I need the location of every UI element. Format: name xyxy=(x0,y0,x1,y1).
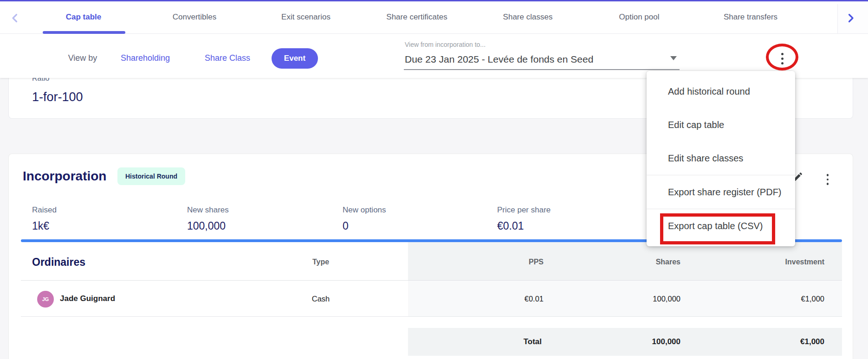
shareholder-name[interactable]: Jade Guignard xyxy=(60,294,115,303)
stat-value-new-shares: 100,000 xyxy=(187,220,226,232)
round-title: Incorporation xyxy=(23,169,106,184)
stat-value-new-options: 0 xyxy=(343,220,349,232)
period-select-underline xyxy=(404,69,680,70)
menu-item-edit-share-classes[interactable]: Edit share classes xyxy=(647,141,795,175)
cap-table-kebab-icon[interactable] xyxy=(777,50,788,67)
view-option-shareholding[interactable]: Shareholding xyxy=(121,53,170,63)
cell-pps: €0.01 xyxy=(525,295,544,303)
top-accent-line xyxy=(0,0,868,1)
table-divider xyxy=(21,316,842,317)
tab-share-classes[interactable]: Share classes xyxy=(503,13,553,22)
cell-shares: 100,000 xyxy=(653,295,680,303)
tab-option-pool[interactable]: Option pool xyxy=(619,13,660,22)
column-header-pps: PPS xyxy=(529,258,544,266)
period-select-value[interactable]: Due 23 Jan 2025 - Levée de fonds en Seed xyxy=(405,54,593,65)
column-header-investment: Investment xyxy=(785,258,824,266)
view-by-label: View by xyxy=(68,53,97,63)
share-class-group-header: Ordinaires xyxy=(32,256,85,269)
stat-label-price-per-share: Price per share xyxy=(497,205,551,215)
tab-share-transfers[interactable]: Share transfers xyxy=(724,13,777,22)
menu-item-edit-cap-table[interactable]: Edit cap table xyxy=(647,108,795,141)
cap-table-context-menu: Add historical round Edit cap table Edit… xyxy=(647,71,795,246)
total-shares: 100,000 xyxy=(652,337,680,346)
cell-type: Cash xyxy=(312,295,330,303)
total-investment: €1,000 xyxy=(800,337,824,346)
tab-share-certificates[interactable]: Share certificates xyxy=(386,13,447,22)
round-card-kebab-icon[interactable] xyxy=(822,173,833,186)
tab-exit-scenarios[interactable]: Exit scenarios xyxy=(281,13,330,22)
historical-round-badge: Historical Round xyxy=(117,167,185,185)
chevron-left-icon[interactable] xyxy=(11,13,19,23)
ratio-value: 1-for-100 xyxy=(32,90,83,104)
stat-label-new-options: New options xyxy=(343,205,386,215)
stat-label-new-shares: New shares xyxy=(187,205,229,215)
tab-bar: Cap table Convertibles Exit scenarios Sh… xyxy=(0,1,868,34)
menu-item-export-cap-table-csv[interactable]: Export cap table (CSV) xyxy=(647,209,795,243)
tab-convertibles[interactable]: Convertibles xyxy=(173,13,217,22)
table-header-panel xyxy=(408,242,842,281)
chevron-right-icon[interactable] xyxy=(848,13,856,23)
menu-item-export-share-register[interactable]: Export share register (PDF) xyxy=(647,175,795,209)
stat-value-price-per-share: €0.01 xyxy=(497,220,524,232)
stat-value-raised: 1k€ xyxy=(32,220,49,232)
cell-investment: €1,000 xyxy=(801,295,824,303)
stat-label-raised: Raised xyxy=(32,205,57,215)
avatar: JG xyxy=(37,291,54,308)
menu-item-add-historical-round[interactable]: Add historical round xyxy=(647,75,795,108)
column-header-shares: Shares xyxy=(656,258,680,266)
column-header-type: Type xyxy=(312,258,329,266)
view-option-event-button[interactable]: Event xyxy=(272,48,318,69)
period-select-label: View from incorporation to... xyxy=(405,41,486,48)
total-row-panel xyxy=(408,328,842,356)
total-label: Total xyxy=(524,337,542,346)
page-header: Cap table Convertibles Exit scenarios Sh… xyxy=(0,1,868,78)
table-row-panel xyxy=(408,281,842,317)
view-option-share-class[interactable]: Share Class xyxy=(205,53,250,63)
dropdown-arrow-icon[interactable] xyxy=(670,56,677,60)
tab-cap-table[interactable]: Cap table xyxy=(66,13,102,22)
